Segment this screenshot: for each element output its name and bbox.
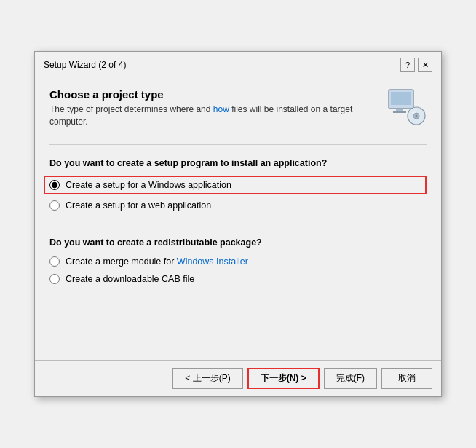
finish-button[interactable]: 完成(F) [324,368,377,389]
setup-wizard-dialog: Setup Wizard (2 of 4) ? ✕ Choose a proje… [34,51,442,397]
cd-icon [387,88,427,127]
page-title: Choose a project type [49,88,355,101]
header-row: Choose a project type The type of projec… [49,88,427,128]
radio-merge-module[interactable] [49,256,60,267]
radio-web-app-label: Create a setup for a web application [66,200,211,211]
next-button[interactable]: 下一步(N) > [247,368,320,389]
title-bar-left: Setup Wizard (2 of 4) [44,60,126,70]
radio-web-app[interactable] [49,200,60,211]
content-area: Choose a project type The type of projec… [35,76,441,360]
cancel-button[interactable]: 取消 [381,368,432,389]
svg-rect-1 [391,92,411,105]
title-bar: Setup Wizard (2 of 4) ? ✕ [35,52,441,76]
radio-cab-file[interactable] [49,274,60,284]
svg-rect-3 [393,111,406,113]
divider-2 [49,224,427,224]
footer: < 上一步(P) 下一步(N) > 完成(F) 取消 [35,360,441,396]
radio-option-web-app[interactable]: Create a setup for a web application [49,199,427,212]
radio-option-windows-app[interactable]: Create a setup for a Windows application [44,176,427,194]
radio-windows-app[interactable] [49,180,60,190]
page-subtitle: The type of project determines where and… [49,103,355,128]
svg-rect-2 [396,109,403,111]
radio-option-cab-file[interactable]: Create a downloadable CAB file [49,272,427,286]
section2-label: Do you want to create a redistributable … [49,237,427,248]
title-bar-buttons: ? ✕ [400,58,432,72]
section1-label: Do you want to create a setup program to… [49,158,427,168]
svg-point-6 [416,115,418,117]
radio-merge-module-label: Create a merge module for Windows Instal… [66,256,248,267]
radio-option-merge-module[interactable]: Create a merge module for Windows Instal… [49,255,427,268]
help-button[interactable]: ? [400,58,415,72]
header-text: Choose a project type The type of projec… [49,88,355,128]
content-spacer [49,290,427,348]
radio-cab-file-label: Create a downloadable CAB file [66,274,194,284]
dialog-title: Setup Wizard (2 of 4) [44,60,126,70]
back-button[interactable]: < 上一步(P) [172,368,242,389]
close-button[interactable]: ✕ [418,58,432,72]
divider-1 [49,144,427,145]
radio-windows-app-label: Create a setup for a Windows application [66,180,231,190]
